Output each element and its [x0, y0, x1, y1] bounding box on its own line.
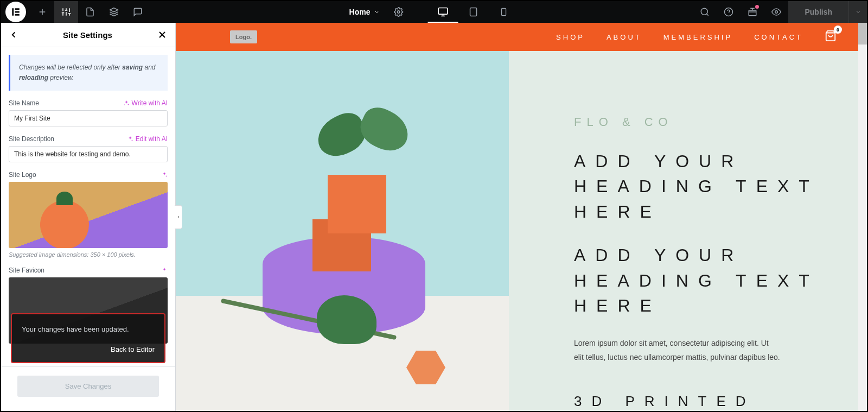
- site-logo-row: Site Logo: [9, 171, 168, 179]
- topbar-right: Publish: [693, 1, 867, 23]
- site-logo-label: Site Logo: [9, 171, 36, 179]
- document-name: Home: [349, 8, 371, 16]
- decor-plant: [306, 94, 414, 192]
- site-desc-input[interactable]: [9, 146, 168, 162]
- svg-rect-10: [749, 10, 757, 16]
- svg-rect-1: [15, 8, 20, 10]
- panel-header: Site Settings: [1, 23, 175, 47]
- nav-shop[interactable]: SHOP: [556, 33, 585, 41]
- site-desc-label: Site Description: [9, 135, 54, 143]
- toast-back-to-editor[interactable]: Back to Editor: [22, 345, 155, 353]
- site-body: FLO & CO ADD YOUR HEADING TEXT HERE ADD …: [176, 51, 858, 411]
- svg-rect-3: [15, 14, 20, 16]
- decor-stem: [219, 284, 447, 360]
- help-button[interactable]: [717, 1, 741, 23]
- svg-rect-2: [15, 11, 20, 13]
- hero-paragraph[interactable]: Lorem ipsum dolor sit amet, consectetur …: [574, 337, 780, 364]
- hero-image: [176, 51, 509, 411]
- structure-button[interactable]: [102, 1, 126, 23]
- ai-favicon-link[interactable]: [161, 267, 168, 274]
- cart-button[interactable]: 0: [825, 30, 837, 44]
- site-logo-preview[interactable]: [9, 182, 168, 248]
- brand-eyebrow: FLO & CO: [574, 115, 826, 129]
- site-nav: SHOP ABOUT MEMBERSHIP CONTACT 0: [556, 30, 837, 44]
- site-settings-panel: Site Settings Changes will be reflected …: [1, 23, 176, 411]
- notes-button[interactable]: [126, 1, 150, 23]
- sparkle-icon: [161, 267, 168, 274]
- logo-hint: Suggested image dimensions: 350 × 100 pi…: [9, 251, 168, 258]
- site-header: Logo. SHOP ABOUT MEMBERSHIP CONTACT 0: [176, 23, 858, 51]
- nav-about[interactable]: ABOUT: [607, 33, 642, 41]
- publish-options-dropdown[interactable]: [848, 1, 867, 23]
- svg-point-11: [775, 11, 778, 14]
- site-desc-row: Site Description Edit with AI: [9, 135, 168, 143]
- ai-logo-link[interactable]: [161, 172, 168, 178]
- add-element-button[interactable]: [30, 1, 54, 23]
- nav-contact[interactable]: CONTACT: [754, 33, 803, 41]
- svg-point-4: [397, 11, 400, 14]
- document-name-dropdown[interactable]: Home: [349, 8, 380, 16]
- hero-subheading[interactable]: 3D PRINTED VASES: [574, 391, 826, 411]
- cart-count: 0: [834, 26, 842, 34]
- site-settings-button[interactable]: [54, 1, 78, 23]
- edit-with-ai-link[interactable]: Edit with AI: [127, 135, 168, 143]
- topbar-center: Home: [349, 1, 519, 23]
- toast-notification: Your changes have been updated. Back to …: [11, 313, 165, 363]
- chevron-down-icon: [373, 9, 380, 15]
- panel-collapse-handle[interactable]: [175, 205, 182, 229]
- preview-canvas: Logo. SHOP ABOUT MEMBERSHIP CONTACT 0: [176, 23, 867, 411]
- site-name-label: Site Name: [9, 99, 39, 107]
- topbar-left: [1, 1, 150, 23]
- scrollbar-thumb[interactable]: [858, 23, 867, 45]
- notice-box: Changes will be reflected only after sav…: [9, 55, 168, 91]
- topbar: Home: [1, 1, 867, 23]
- site-name-row: Site Name Write with AI: [9, 99, 168, 107]
- device-mobile[interactable]: [488, 1, 519, 23]
- site-name-input[interactable]: [9, 110, 168, 126]
- elementor-logo[interactable]: [5, 2, 26, 22]
- document-settings-button[interactable]: [386, 1, 410, 23]
- hero-content: FLO & CO ADD YOUR HEADING TEXT HERE ADD …: [509, 51, 858, 411]
- back-button[interactable]: [9, 30, 18, 40]
- publish-group: Publish: [788, 1, 867, 23]
- whats-new-button[interactable]: [741, 1, 764, 23]
- device-desktop[interactable]: [427, 1, 458, 23]
- save-changes-button[interactable]: Save Changes: [17, 376, 159, 397]
- app-root: Home: [0, 0, 868, 412]
- sparkle-icon: [127, 136, 133, 142]
- page-settings-button[interactable]: [78, 1, 102, 23]
- sparkle-icon: [161, 172, 168, 178]
- site-preview: Logo. SHOP ABOUT MEMBERSHIP CONTACT 0: [176, 23, 858, 411]
- write-with-ai-link[interactable]: Write with AI: [123, 99, 168, 107]
- device-tablet[interactable]: [458, 1, 488, 23]
- panel-footer: Save Changes: [1, 366, 175, 411]
- svg-point-8: [701, 8, 708, 15]
- site-favicon-row: Site Favicon: [9, 267, 168, 274]
- svg-rect-7: [501, 8, 506, 15]
- preview-scrollbar[interactable]: [858, 23, 867, 411]
- preview-button[interactable]: [764, 1, 788, 23]
- heading-2[interactable]: ADD YOUR HEADING TEXT HERE: [574, 243, 826, 318]
- main: Site Settings Changes will be reflected …: [1, 23, 867, 411]
- panel-title: Site Settings: [63, 30, 112, 40]
- publish-button[interactable]: Publish: [788, 1, 848, 23]
- svg-rect-0: [12, 8, 14, 16]
- sparkle-icon: [123, 100, 130, 106]
- notification-dot: [755, 5, 759, 9]
- close-button[interactable]: [157, 29, 168, 40]
- toast-message: Your changes have been updated.: [22, 325, 155, 333]
- responsive-devices: [427, 1, 519, 23]
- heading-1[interactable]: ADD YOUR HEADING TEXT HERE: [574, 149, 826, 224]
- site-logo-placeholder[interactable]: Logo.: [230, 30, 257, 43]
- finder-button[interactable]: [693, 1, 717, 23]
- site-favicon-label: Site Favicon: [9, 267, 44, 274]
- nav-membership[interactable]: MEMBERSHIP: [663, 33, 732, 41]
- svg-rect-5: [438, 8, 448, 15]
